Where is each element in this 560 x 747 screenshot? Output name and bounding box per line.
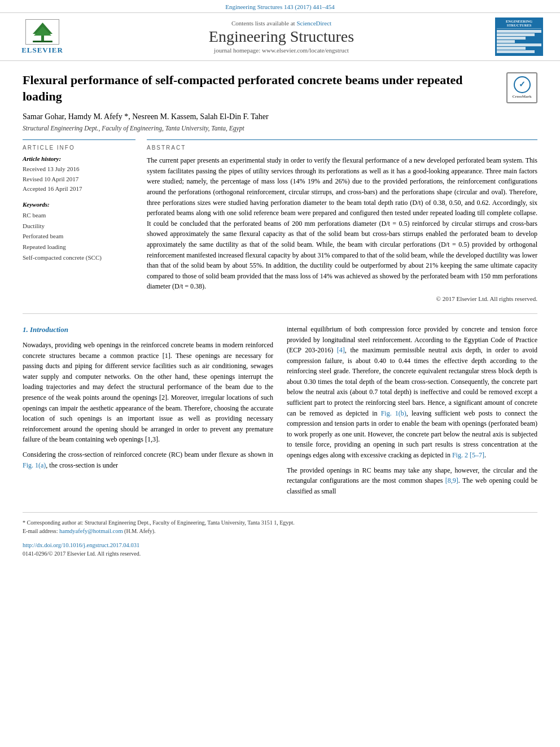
elsevier-brand-text: ELSEVIER — [21, 46, 63, 55]
article-title-text: Flexural performance of self-compacted p… — [23, 73, 463, 103]
affiliation-text: Structural Engineering Dept., Faculty of… — [23, 125, 537, 132]
body-section: 1. Introduction Nowadays, providing web … — [23, 324, 537, 501]
right-col-paragraph-1: internal equilibrium of both compression… — [287, 324, 537, 461]
history-heading: Article history: — [23, 155, 135, 162]
ref8-9-link[interactable]: [8,9] — [445, 477, 458, 484]
sciencedirect-link[interactable]: ScienceDirect — [296, 20, 331, 27]
crossmark-icon: ✓ — [514, 76, 531, 93]
journal-title: Engineering Structures — [68, 28, 495, 46]
elsevier-tree-icon — [25, 19, 59, 45]
fig1a-link[interactable]: Fig. 1(a) — [23, 461, 46, 469]
rights-text: 0141-0296/© 2017 Elsevier Ltd. All right… — [23, 549, 537, 558]
keyword-rc-beam: RC beam — [23, 210, 135, 221]
body-right-column: internal equilibrium of both compression… — [287, 324, 537, 501]
keyword-ductility: Ductility — [23, 221, 135, 231]
journal-header-center: Contents lists available at ScienceDirec… — [68, 20, 495, 54]
svg-rect-0 — [41, 36, 44, 41]
article-history: Article history: Received 13 July 2016 R… — [23, 155, 135, 194]
authors-text: Samar Gohar, Hamdy M. Afefy *, Nesreen M… — [23, 112, 269, 121]
engineering-structures-logo: ENGINEERINGSTRUCTURES — [495, 18, 543, 56]
article-info-column: ARTICLE INFO Article history: Received 1… — [23, 139, 135, 302]
corresponding-author-note: * Corresponding author at: Structural En… — [23, 518, 537, 527]
keyword-repeated-loading: Repeated loading — [23, 242, 135, 252]
keyword-perforated-beam: Perforated beam — [23, 231, 135, 242]
received-date: Received 13 July 2016 — [23, 164, 135, 174]
eng-struct-logo-graphic — [497, 30, 541, 53]
main-content: Flexural performance of self-compacted p… — [0, 61, 560, 569]
intro-paragraph-2: Considering the cross-section of reinfor… — [23, 449, 273, 470]
accepted-date: Accepted 16 April 2017 — [23, 184, 135, 194]
elsevier-logo: ELSEVIER — [17, 19, 68, 55]
keywords-heading: Keywords: — [23, 201, 135, 208]
body-left-column: 1. Introduction Nowadays, providing web … — [23, 324, 273, 501]
email-link[interactable]: hamdyafefy@hotmail.com — [59, 528, 123, 534]
abstract-copyright: © 2017 Elsevier Ltd. All rights reserved… — [147, 295, 537, 302]
keywords-section: Keywords: RC beam Ductility Perforated b… — [23, 201, 135, 263]
intro-paragraph-1: Nowadays, providing web openings in the … — [23, 340, 273, 445]
journal-info-text: Engineering Structures 143 (2017) 441–45… — [225, 3, 335, 10]
article-info-abstract-section: ARTICLE INFO Article history: Received 1… — [23, 139, 537, 302]
revised-date: Revised 10 April 2017 — [23, 174, 135, 185]
fig1b-link[interactable]: Fig. 1(b) — [381, 409, 406, 417]
intro-heading: 1. Introduction — [23, 324, 273, 335]
right-col-paragraph-2: The provided openings in RC beams may ta… — [287, 465, 537, 497]
authors-line: Samar Gohar, Hamdy M. Afefy *, Nesreen M… — [23, 112, 537, 121]
abstract-column: ABSTRACT The current paper presents an e… — [147, 139, 537, 302]
article-title-block: Flexural performance of self-compacted p… — [23, 72, 537, 104]
email-note: E-mail address: hamdyafefy@hotmail.com (… — [23, 527, 537, 536]
homepage-line: journal homepage: www.elsevier.com/locat… — [68, 47, 495, 54]
doi-link[interactable]: http://dx.doi.org/10.1016/j.engstruct.20… — [23, 542, 139, 548]
article-info-label: ARTICLE INFO — [23, 145, 135, 151]
section-divider — [23, 313, 537, 314]
eng-struct-logo-title: ENGINEERINGSTRUCTURES — [497, 19, 541, 29]
crossmark-badge[interactable]: ✓ CrossMark — [506, 72, 537, 103]
abstract-text: The current paper presents an experiment… — [147, 155, 537, 292]
ref5-7-link[interactable]: [5–7] — [470, 451, 484, 459]
article-footer: * Corresponding author at: Structural En… — [23, 512, 537, 558]
ref4-link[interactable]: [4] — [337, 346, 345, 354]
journal-header: ELSEVIER Contents lists available at Sci… — [0, 12, 560, 61]
keyword-scc: Self-compacted concrete (SCC) — [23, 252, 135, 263]
journal-info-bar: Engineering Structures 143 (2017) 441–45… — [0, 0, 560, 12]
fig2-link[interactable]: Fig. 2 — [452, 451, 468, 459]
abstract-label: ABSTRACT — [147, 145, 537, 151]
crossmark-label: CrossMark — [512, 94, 531, 99]
contents-line: Contents lists available at ScienceDirec… — [68, 20, 495, 27]
svg-rect-3 — [33, 41, 53, 42]
